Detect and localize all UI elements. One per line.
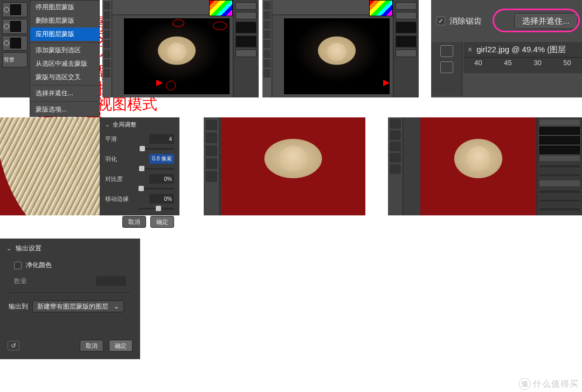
layer-thumb[interactable] [539, 146, 580, 154]
tool-icon[interactable] [103, 11, 110, 19]
layer-thumb[interactable] [539, 127, 580, 135]
tool-icon[interactable] [390, 142, 401, 151]
slider-value[interactable]: 0% [149, 194, 174, 204]
cancel-button[interactable]: 取消 [122, 216, 146, 228]
panel-subtract-selection [262, 0, 419, 97]
tool-icon[interactable] [103, 1, 110, 10]
menu-item-disable-mask[interactable]: 停用图层蒙版 [30, 1, 99, 14]
mini-slider[interactable] [539, 191, 580, 193]
slider-smooth[interactable]: 平滑 4 [100, 132, 179, 146]
tool-icon[interactable] [264, 50, 271, 58]
layer-thumb[interactable] [235, 22, 257, 33]
mini-slider[interactable] [539, 200, 580, 202]
tool-icon[interactable] [264, 1, 271, 10]
tool-icon[interactable] [264, 69, 271, 78]
layer-thumb[interactable] [10, 38, 21, 48]
menu-item-apply-mask[interactable]: 应用图层蒙版 [30, 27, 99, 41]
layer-thumb[interactable] [396, 36, 417, 47]
layer-row[interactable] [2, 2, 27, 17]
tool-icon[interactable] [390, 119, 401, 129]
menu-item-delete-mask[interactable]: 删除图层蒙版 [30, 14, 99, 27]
tool-icon[interactable] [390, 164, 401, 174]
tool-icon[interactable] [206, 171, 217, 182]
tool-icon[interactable] [103, 40, 110, 48]
slider-value[interactable]: 0.8 像素 [149, 154, 174, 164]
close-icon[interactable]: × [468, 45, 472, 54]
slider-track[interactable] [138, 168, 174, 170]
menu-item-select-and-mask[interactable]: 选择并遮住... [30, 87, 99, 100]
slider-feather[interactable]: 羽化 0.8 像素 [100, 152, 179, 166]
tool-icon[interactable] [264, 11, 271, 19]
tool-icon[interactable] [206, 145, 217, 156]
tool-icon[interactable] [264, 40, 271, 48]
tool-icon[interactable] [206, 132, 217, 143]
menu-item-add-mask-to-sel[interactable]: 添加蒙版到选区 [30, 44, 99, 57]
dock-icon[interactable] [440, 61, 453, 73]
document-tab[interactable]: × girl22.jpg @ 49.4% (图层 [463, 42, 582, 57]
tool-icon[interactable] [264, 59, 271, 68]
panel-header[interactable]: ⌄ 输出设置 [0, 239, 140, 258]
reset-button[interactable] [8, 341, 19, 351]
layer-thumb[interactable] [10, 21, 21, 32]
canvas[interactable] [221, 117, 365, 215]
cancel-button[interactable]: 取消 [80, 340, 103, 352]
tool-icon[interactable] [390, 130, 401, 140]
slider-value[interactable]: 4 [149, 134, 174, 144]
slider-value[interactable]: 0% [149, 174, 174, 184]
output-to-select[interactable]: 新建带有图层蒙版的图层 ⌄ [32, 300, 124, 312]
panel-row[interactable] [396, 2, 417, 10]
canvas[interactable] [284, 18, 390, 94]
color-picker-icon[interactable] [209, 0, 233, 16]
panel-row[interactable] [235, 2, 257, 10]
tool-icon[interactable] [390, 153, 401, 163]
menu-item-mask-options[interactable]: 蒙版选项... [30, 103, 99, 116]
layer-thumb[interactable] [235, 36, 257, 47]
canvas[interactable] [420, 117, 536, 215]
tool-icon[interactable] [206, 120, 217, 130]
purify-row[interactable]: 净化颜色 [0, 258, 140, 272]
slider-track[interactable] [138, 188, 174, 190]
ok-button[interactable]: 确定 [150, 216, 174, 228]
menu-item-sub-mask-from-sel[interactable]: 从选区中减去蒙版 [30, 57, 99, 71]
slider-track[interactable] [138, 208, 174, 209]
visibility-icon[interactable] [4, 24, 9, 29]
tool-icon[interactable] [103, 69, 110, 78]
panel-row[interactable] [235, 50, 257, 57]
panel-row[interactable] [539, 120, 580, 125]
ok-button[interactable]: 确定 [109, 340, 133, 352]
tool-icon[interactable] [103, 30, 110, 39]
panel-row[interactable] [396, 12, 417, 19]
slider-shift-edge[interactable]: 移动边缘 0% [100, 192, 179, 206]
amount-value[interactable] [96, 276, 126, 286]
layer-thumb[interactable] [396, 22, 417, 33]
mini-slider[interactable] [539, 165, 580, 167]
layer-thumb[interactable] [10, 4, 21, 15]
slider-contrast[interactable]: 对比度 0% [100, 172, 179, 186]
antialias-checkbox[interactable]: ✓ [436, 17, 445, 25]
tool-icon[interactable] [103, 59, 110, 68]
canvas[interactable] [124, 18, 230, 94]
visibility-icon[interactable] [4, 7, 9, 12]
panel-row[interactable] [235, 12, 257, 19]
menu-item-intersect-mask[interactable]: 蒙版与选区交叉 [30, 71, 99, 84]
layer-row[interactable] [2, 19, 27, 34]
color-picker-icon[interactable] [369, 0, 393, 16]
visibility-icon[interactable] [4, 40, 9, 46]
tool-icon[interactable] [264, 30, 271, 39]
dock-icon[interactable] [440, 45, 453, 57]
panel-row[interactable] [539, 156, 580, 162]
layer-thumb[interactable] [539, 136, 580, 144]
mini-slider[interactable] [539, 208, 580, 211]
layer-row[interactable] [2, 36, 27, 51]
tool-icon[interactable] [103, 50, 110, 58]
slider-track[interactable] [138, 148, 174, 150]
panel-header[interactable]: ⌄ 全局调整 [100, 117, 179, 132]
panel-row[interactable] [396, 50, 417, 57]
purify-checkbox[interactable] [14, 262, 22, 269]
tool-icon[interactable] [264, 20, 271, 29]
tool-icon[interactable] [103, 20, 110, 29]
tool-icon[interactable] [206, 158, 217, 169]
mini-slider[interactable] [539, 174, 580, 177]
layer-row-bg[interactable]: 背景 [2, 52, 27, 67]
panel-row[interactable] [539, 180, 580, 186]
